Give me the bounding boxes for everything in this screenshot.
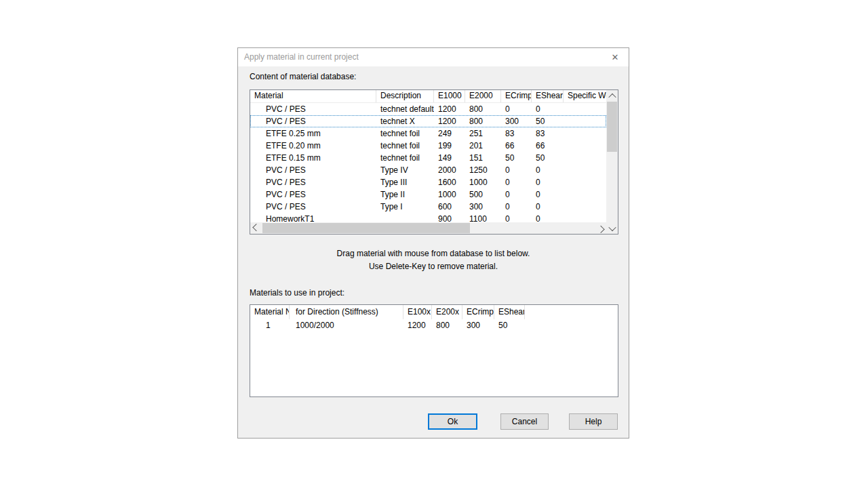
column-header-e200x[interactable]: E200x bbox=[432, 305, 462, 319]
table-row[interactable]: PVC / PES Type IV 2000 1250 0 0 bbox=[250, 164, 606, 176]
cell-specific-weight bbox=[564, 140, 606, 152]
dialog-titlebar[interactable]: Apply material in current project ✕ bbox=[238, 48, 629, 66]
project-list-header: Material No. for Direction (Stiffness) E… bbox=[250, 305, 618, 319]
close-button[interactable]: ✕ bbox=[606, 48, 625, 66]
cell-e1000: 199 bbox=[434, 140, 465, 152]
cell-eshear: 0 bbox=[532, 201, 564, 213]
cell-ecrimp: 83 bbox=[501, 127, 532, 140]
cell-description: Type IV bbox=[376, 164, 434, 176]
column-header-ecrimp[interactable]: ECrimp bbox=[501, 90, 532, 102]
cell-ecrimp: 0 bbox=[501, 164, 532, 176]
column-header-filler bbox=[525, 305, 618, 319]
column-header-material-no[interactable]: Material No. bbox=[250, 305, 290, 319]
cell-e1000: 2000 bbox=[434, 164, 465, 176]
cell-description bbox=[376, 213, 434, 222]
cell-e2000: 800 bbox=[465, 115, 501, 127]
cell-eshear: 0 bbox=[532, 213, 564, 222]
vertical-scrollbar-thumb[interactable] bbox=[607, 102, 617, 152]
cell-material: PVC / PES bbox=[250, 164, 376, 176]
cell-eshear: 0 bbox=[532, 164, 564, 176]
cell-ecrimp: 300 bbox=[501, 115, 532, 127]
table-row[interactable]: ETFE 0.25 mm technet foil 249 251 83 83 bbox=[250, 127, 606, 140]
database-list-header: Material Description E1000 E2000 ECrimp … bbox=[250, 90, 606, 103]
table-row[interactable]: ETFE 0.15 mm technet foil 149 151 50 50 bbox=[250, 152, 606, 164]
cell-eshear: 0 bbox=[532, 103, 564, 115]
column-header-eshear[interactable]: EShear bbox=[494, 305, 525, 319]
cell-eshear: 83 bbox=[532, 127, 564, 140]
cell-specific-weight bbox=[564, 213, 606, 222]
cell-material: PVC / PES bbox=[250, 176, 376, 188]
column-header-ecrimp[interactable]: ECrimp bbox=[462, 305, 494, 319]
cell-eshear: 0 bbox=[532, 188, 564, 201]
cell-e1000: 900 bbox=[434, 213, 465, 222]
cell-e2000: 1000 bbox=[465, 176, 501, 188]
cell-direction: 1000/2000 bbox=[290, 319, 403, 331]
chevron-up-icon bbox=[608, 93, 616, 100]
cell-ecrimp: 0 bbox=[501, 201, 532, 213]
scroll-right-button[interactable] bbox=[595, 222, 606, 234]
delete-hint-text: Use Delete-Key to remove material. bbox=[238, 262, 629, 271]
table-row[interactable]: PVC / PES technet default 1200 800 0 0 bbox=[250, 103, 606, 115]
column-header-description[interactable]: Description bbox=[376, 90, 434, 102]
cell-specific-weight bbox=[564, 115, 606, 127]
cell-eshear: 50 bbox=[532, 115, 564, 127]
cell-description: technet foil bbox=[376, 127, 434, 140]
column-header-e1000[interactable]: E1000 bbox=[434, 90, 465, 102]
cell-e2000: 1100 bbox=[465, 213, 501, 222]
cell-e1000: 1200 bbox=[434, 115, 465, 127]
cell-ecrimp: 66 bbox=[501, 140, 532, 152]
cancel-button[interactable]: Cancel bbox=[500, 413, 549, 430]
database-label: Content of material database: bbox=[250, 72, 356, 81]
cell-e2000: 1250 bbox=[465, 164, 501, 176]
cell-e2000: 800 bbox=[465, 103, 501, 115]
horizontal-scrollbar[interactable] bbox=[250, 222, 606, 234]
cell-e2000: 201 bbox=[465, 140, 501, 152]
cell-specific-weight bbox=[564, 176, 606, 188]
cell-e1000: 249 bbox=[434, 127, 465, 140]
cell-specific-weight bbox=[564, 127, 606, 140]
desktop-background: Apply material in current project ✕ Cont… bbox=[0, 0, 868, 488]
column-header-material[interactable]: Material bbox=[250, 90, 376, 102]
table-row[interactable]: HomeworkT1 900 1100 0 0 bbox=[250, 213, 606, 222]
apply-material-dialog: Apply material in current project ✕ Cont… bbox=[237, 47, 629, 439]
column-header-direction[interactable]: for Direction (Stiffness) bbox=[290, 305, 403, 319]
cell-eshear: 0 bbox=[532, 176, 564, 188]
cell-description: technet X bbox=[376, 115, 434, 127]
cell-material: HomeworkT1 bbox=[250, 213, 376, 222]
table-row[interactable]: PVC / PES Type II 1000 500 0 0 bbox=[250, 188, 606, 201]
material-database-list[interactable]: Material Description E1000 E2000 ECrimp … bbox=[250, 89, 618, 235]
cell-material-no: 1 bbox=[250, 319, 290, 331]
cell-e1000: 149 bbox=[434, 152, 465, 164]
cell-ecrimp: 0 bbox=[501, 213, 532, 222]
table-row[interactable]: PVC / PES Type III 1600 1000 0 0 bbox=[250, 176, 606, 188]
table-row[interactable]: ETFE 0.20 mm technet foil 199 201 66 66 bbox=[250, 140, 606, 152]
cell-e2000: 500 bbox=[465, 188, 501, 201]
column-header-e100x[interactable]: E100x bbox=[403, 305, 432, 319]
column-header-specific-weight[interactable]: Specific Weight bbox=[564, 90, 606, 102]
scroll-down-button[interactable] bbox=[606, 222, 618, 234]
horizontal-scrollbar-thumb[interactable] bbox=[262, 223, 470, 233]
cell-description: Type III bbox=[376, 176, 434, 188]
cell-material: PVC / PES bbox=[250, 188, 376, 201]
project-materials-list[interactable]: Material No. for Direction (Stiffness) E… bbox=[250, 304, 618, 397]
selected-table-row[interactable]: PVC / PES technet X 1200 800 300 50 bbox=[250, 115, 606, 127]
column-header-e2000[interactable]: E2000 bbox=[465, 90, 501, 102]
table-row[interactable]: PVC / PES Type I 600 300 0 0 bbox=[250, 201, 606, 213]
ok-button[interactable]: Ok bbox=[428, 413, 477, 430]
table-row[interactable]: 1 1000/2000 1200 800 300 50 bbox=[250, 319, 618, 331]
cell-material: PVC / PES bbox=[250, 201, 376, 213]
cell-description: Type I bbox=[376, 201, 434, 213]
cell-description: Type II bbox=[376, 188, 434, 201]
help-button[interactable]: Help bbox=[569, 413, 618, 430]
column-header-eshear[interactable]: EShear bbox=[532, 90, 564, 102]
cell-e2000: 151 bbox=[465, 152, 501, 164]
cell-e1000: 600 bbox=[434, 201, 465, 213]
cell-specific-weight bbox=[564, 164, 606, 176]
scroll-up-button[interactable] bbox=[606, 90, 618, 102]
project-materials-label: Materials to use in project: bbox=[250, 288, 344, 298]
cell-material: PVC / PES bbox=[250, 115, 376, 127]
vertical-scrollbar[interactable] bbox=[606, 90, 618, 234]
cell-ecrimp: 300 bbox=[462, 319, 494, 331]
scroll-left-button[interactable] bbox=[250, 222, 262, 234]
chevron-down-icon bbox=[608, 223, 616, 230]
